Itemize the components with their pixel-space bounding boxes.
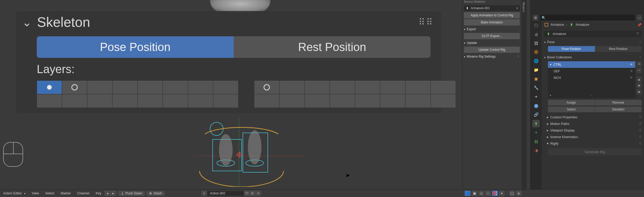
snapping-menu-icon[interactable]: ▾ xyxy=(499,191,505,196)
layer-cell[interactable] xyxy=(405,80,431,94)
tab-output-icon[interactable]: 🖨 xyxy=(532,31,540,38)
show-errors-icon[interactable]: ⚠ xyxy=(478,191,484,196)
tab-object-icon[interactable]: ▣ xyxy=(532,75,540,83)
drag-handle-icon[interactable]: ⠿ xyxy=(639,56,642,59)
new-action-icon[interactable]: ⎘ xyxy=(250,191,255,196)
move-up-button[interactable]: ▴ xyxy=(636,77,642,82)
drag-handle-icon[interactable]: ⠿ xyxy=(639,142,642,145)
shield-icon[interactable]: 🛡 xyxy=(636,32,640,36)
breadcrumb-data[interactable]: Armature xyxy=(576,23,589,27)
layer-cell[interactable] xyxy=(138,94,163,108)
caret-right-icon[interactable]: ▸ xyxy=(110,191,116,196)
remove-collection-button[interactable]: − xyxy=(636,68,642,73)
layer-cell[interactable] xyxy=(405,94,431,108)
panel-custom-properties-header[interactable]: ▸ Custom Properties ⠿ xyxy=(542,114,644,120)
source-armature-field[interactable]: Armature.001 × xyxy=(464,5,520,11)
tab-bone-icon[interactable]: ✧ xyxy=(532,129,540,136)
add-collection-button[interactable]: ＋ xyxy=(636,61,642,67)
assign-button[interactable]: Assign xyxy=(548,100,595,105)
caret-left-icon[interactable]: ◂ xyxy=(104,191,110,196)
tab-armature-icon[interactable] xyxy=(532,120,540,127)
pose-position-tab[interactable]: Pose Position xyxy=(37,36,234,58)
action-name-field[interactable]: Action.002 xyxy=(207,191,244,196)
tab-material-icon[interactable]: ◑ xyxy=(532,147,540,154)
menu-channel[interactable]: Channel xyxy=(74,191,93,195)
update-control-rig-button[interactable]: Update Control Rig xyxy=(464,47,520,53)
menu-key[interactable]: Key xyxy=(92,191,104,195)
layer-cell[interactable] xyxy=(213,80,238,94)
layer-cell[interactable] xyxy=(37,80,62,94)
tab-viewlayer-icon[interactable]: 🖼 xyxy=(532,39,540,47)
tab-scene-icon[interactable]: 🔆 xyxy=(532,48,540,56)
layer-cell[interactable] xyxy=(87,80,112,94)
drag-handle-icon[interactable]: ⠿ xyxy=(639,135,642,139)
layer-cell[interactable] xyxy=(254,80,279,94)
layer-cell[interactable] xyxy=(305,80,330,94)
fake-user-icon[interactable]: 🛡 xyxy=(244,191,250,196)
layer-cell[interactable] xyxy=(380,94,405,108)
drag-handle-icon[interactable]: ⠿⠿ xyxy=(418,20,434,24)
layer-cell[interactable] xyxy=(279,80,305,94)
markers-icon[interactable]: ⧈ xyxy=(516,191,522,196)
rest-position-button[interactable]: Rest Position xyxy=(595,46,642,52)
layer-cell[interactable] xyxy=(355,80,380,94)
layer-cell[interactable] xyxy=(87,94,112,108)
bone-collections-list[interactable]: CTRL 👁 DEF 👁 MCH 👁 ▸ ⠿ xyxy=(548,61,635,98)
layer-cell[interactable] xyxy=(380,80,405,94)
filter-icon[interactable]: ⋯ xyxy=(636,15,642,21)
tab-physics-icon[interactable]: ⬤ xyxy=(532,102,540,109)
drag-handle-icon[interactable]: ⠿ xyxy=(517,55,520,58)
tab-constraints-icon[interactable]: 🔗 xyxy=(532,111,540,118)
action-browse-icon[interactable]: ✧ xyxy=(201,191,207,196)
eye-icon[interactable]: 👁 xyxy=(630,69,633,73)
bone-collection-item[interactable]: DEF 👁 xyxy=(548,68,635,74)
layer-cell[interactable] xyxy=(355,94,380,108)
bake-animation-button[interactable]: Bake Animation xyxy=(464,19,520,26)
push-down-button[interactable]: ⤓ Push Down xyxy=(118,191,145,196)
expand-icon[interactable]: ▸ xyxy=(550,94,551,97)
layer-cell[interactable] xyxy=(188,94,213,108)
gltf-export-button[interactable]: GLTF Export... xyxy=(464,33,520,39)
layer-cell[interactable] xyxy=(163,94,188,108)
panel-bone-collections-header[interactable]: ▾ Bone Collections ⠿ xyxy=(542,54,644,61)
panel-motion-paths-header[interactable]: ▸ Motion Paths ⠿ xyxy=(542,120,644,127)
viewport-3d[interactable]: ⌄ Skeleton ⠿⠿ Pose Position Rest Positio… xyxy=(0,0,530,194)
menu-select[interactable]: Select xyxy=(42,191,57,195)
drag-handle-icon[interactable]: ⠿ xyxy=(639,128,642,132)
layer-cell[interactable] xyxy=(254,94,279,108)
move-down-button[interactable]: ▾ xyxy=(636,83,642,88)
rest-position-tab[interactable]: Rest Position xyxy=(234,36,431,58)
eye-icon[interactable]: 👁 xyxy=(630,63,633,67)
eye-icon[interactable]: 👁 xyxy=(630,76,633,80)
armature-name-field[interactable]: Armature 🛡 xyxy=(544,31,642,37)
source-skeleton-section[interactable]: Source Skeleton xyxy=(462,0,521,4)
snapping-icon[interactable]: 🧲 xyxy=(492,191,498,196)
auto-keying-icon[interactable]: 🔵 xyxy=(465,191,470,196)
remove-button[interactable]: Remove xyxy=(595,100,642,105)
layer-cell[interactable] xyxy=(330,80,355,94)
layer-cell[interactable] xyxy=(62,94,87,108)
menu-marker[interactable]: Marker xyxy=(57,191,74,195)
clear-icon[interactable]: × xyxy=(516,6,518,10)
panel-ik-header[interactable]: ▸ Inverse Kinematics ⠿ xyxy=(542,134,644,140)
layer-cell[interactable] xyxy=(431,80,456,94)
tab-collection-icon[interactable]: 📁 xyxy=(532,66,540,74)
editor-type-dropdown[interactable]: Action Editor ▾ xyxy=(0,191,29,195)
pose-position-button[interactable]: Pose Position xyxy=(548,46,595,52)
layer-cell[interactable] xyxy=(431,94,456,108)
layer-cell[interactable] xyxy=(305,94,330,108)
layer-cell[interactable] xyxy=(279,94,305,108)
layer-cell[interactable] xyxy=(188,80,213,94)
breadcrumb-object[interactable]: Armature xyxy=(551,23,564,27)
drag-handle-icon[interactable]: ⠿ xyxy=(639,115,642,119)
tab-particles-icon[interactable]: ✦ xyxy=(532,93,540,100)
layer-cell[interactable] xyxy=(112,80,138,94)
pin-icon[interactable]: 📌 xyxy=(637,23,642,27)
menu-view[interactable]: View xyxy=(29,191,42,195)
drag-handle-icon[interactable]: ⠿ xyxy=(639,41,642,44)
options-icon[interactable]: ⚙ xyxy=(533,15,538,21)
only-selected-icon[interactable]: ▣ xyxy=(472,191,477,196)
drag-handle-icon[interactable]: ⠿ xyxy=(590,94,593,97)
panel-pose-header[interactable]: ▾ Pose ⠿ xyxy=(542,39,644,46)
filter-icon[interactable]: ▿ xyxy=(485,191,491,196)
